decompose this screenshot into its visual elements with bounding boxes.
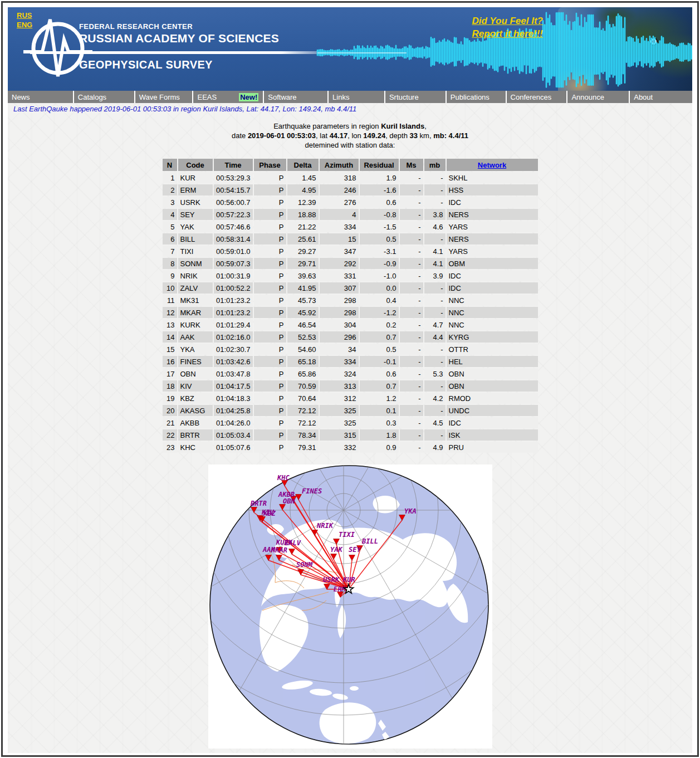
nav-item-conferences[interactable]: Conferences <box>506 91 567 103</box>
cell-phase: P <box>254 172 286 183</box>
cell-n: 21 <box>163 417 177 428</box>
table-row: 13KURK01:01:29.4P46.543040.2-4.7NNC <box>163 319 538 330</box>
cell-code: MKAR <box>178 307 213 318</box>
cell-code: BILL <box>178 233 213 244</box>
feel-it-link-line2[interactable]: Report it here!!! <box>472 27 543 40</box>
nav-item-eeas[interactable]: EEASNew! <box>192 91 263 103</box>
station-label-nrik: NRIK <box>316 522 334 530</box>
cell-code: KBZ <box>178 393 213 404</box>
cell-residual: 0.7 <box>360 380 399 392</box>
cell-phase: P <box>254 380 286 392</box>
page-border: RUS ENG FEDERAL RESEARCH CENTER RUSSIAN … <box>1 1 699 757</box>
network-header-link[interactable]: Network <box>478 161 506 169</box>
cell-mb: - <box>424 380 446 392</box>
nav-item-about[interactable]: About <box>629 91 692 103</box>
cell-azimuth: 325 <box>320 405 359 416</box>
new-badge[interactable]: New! <box>239 93 258 101</box>
cell-azimuth: 318 <box>320 172 359 183</box>
nav-bar: NewsCatalogsWave FormsEEASNew!SoftwareLi… <box>8 91 692 103</box>
cell-time: 01:04:25.8 <box>214 405 253 416</box>
cell-delta: 65.86 <box>287 368 319 379</box>
nav-item-catalogs[interactable]: Catalogs <box>73 91 134 103</box>
cell-residual: -3.1 <box>360 246 399 257</box>
cell-network: IDC <box>447 270 538 281</box>
cell-mb: - <box>424 307 446 318</box>
table-row: 8SONM00:59:07.3P29.71292-0.9-4.1OBM <box>163 258 538 269</box>
cell-ms: - <box>400 344 423 355</box>
cell-network: NNC <box>447 307 538 318</box>
did-you-feel-it: Did You Feel It? Report it here!!! <box>472 14 543 40</box>
cell-azimuth: 34 <box>320 344 359 355</box>
cell-code: ERM <box>178 184 213 195</box>
table-header-row: NCodeTimePhaseDeltaAzimuthResidualMsmbNe… <box>163 159 538 171</box>
table-row: 23KHC01:05:07.6P79.313320.9-4.9PRU <box>163 442 538 453</box>
cell-ms: - <box>400 197 423 208</box>
col-header-time: Time <box>214 159 253 171</box>
site-header: RUS ENG FEDERAL RESEARCH CENTER RUSSIAN … <box>8 7 692 91</box>
cell-mb: - <box>424 282 446 294</box>
cell-azimuth: 324 <box>320 368 359 379</box>
nav-item-announce[interactable]: Announce <box>566 91 629 103</box>
cell-ms: - <box>400 184 423 195</box>
cell-delta: 46.54 <box>287 319 319 330</box>
cell-residual: -0.9 <box>360 258 399 269</box>
cell-n: 7 <box>163 246 177 257</box>
station-label-erm: ERM <box>334 585 346 593</box>
cell-delta: 70.59 <box>287 380 319 392</box>
cell-network: IDC <box>447 417 538 428</box>
nav-item-software[interactable]: Software <box>263 91 327 103</box>
nav-item-publications[interactable]: Publications <box>446 91 506 103</box>
cell-code: NRIK <box>178 270 213 281</box>
cell-phase: P <box>254 405 286 416</box>
cell-mb: 3.9 <box>424 270 446 281</box>
nav-item-links[interactable]: Links <box>327 91 384 103</box>
cell-phase: P <box>254 258 286 269</box>
lang-link-eng[interactable]: ENG <box>17 21 32 29</box>
cell-network: ISK <box>447 429 538 441</box>
nav-item-label: Links <box>332 93 349 101</box>
cell-n: 1 <box>163 172 177 183</box>
col-header-code: Code <box>178 159 213 171</box>
cell-mb: - <box>424 356 446 367</box>
nav-item-news[interactable]: News <box>8 91 73 103</box>
cell-time: 01:04:18.3 <box>214 393 253 404</box>
cell-mb: 4.1 <box>424 246 446 257</box>
cell-n: 18 <box>163 380 177 392</box>
cell-residual: 1.8 <box>360 429 399 441</box>
cell-mb: - <box>424 405 446 416</box>
station-label-kur: KUR <box>342 576 355 584</box>
event-depth: 33 <box>410 131 418 140</box>
cell-network: HEL <box>447 356 538 367</box>
station-label-brtr: BRTR <box>250 500 267 507</box>
cell-time: 00:54:15.7 <box>214 184 253 195</box>
nav-item-srtucture[interactable]: Srtucture <box>384 91 446 103</box>
cell-n: 3 <box>163 197 177 208</box>
nav-item-wave-forms[interactable]: Wave Forms <box>134 91 193 103</box>
cell-n: 17 <box>163 368 177 379</box>
cell-network: OBN <box>447 368 538 379</box>
cell-code: YKA <box>178 344 213 355</box>
table-row: 11MK3101:01:23.2P45.732980.4--NNC <box>163 295 538 306</box>
feel-it-link-line1[interactable]: Did You Feel It? <box>472 14 543 27</box>
cell-azimuth: 298 <box>320 295 359 306</box>
station-label-tixi: TIXI <box>339 531 355 539</box>
event-lat: 44.17 <box>330 131 348 140</box>
cell-azimuth: 298 <box>320 307 359 318</box>
cell-network: HSS <box>447 184 538 195</box>
cell-n: 16 <box>163 356 177 367</box>
cell-code: TIXI <box>178 246 213 257</box>
cell-azimuth: 315 <box>320 429 359 441</box>
cell-phase: P <box>254 295 286 306</box>
station-map-globe: KHCFINESAKBBOBNBRTRKIVKBZYKANRIKTIXIBILL… <box>208 464 492 749</box>
cell-mb: 4.2 <box>424 393 446 404</box>
table-row: 21AKBB01:04:26.0P72.123250.3-4.5IDC <box>163 417 538 428</box>
last-earthquake-status: Last EarthQauke happened 2019-06-01 00:5… <box>8 103 692 114</box>
lang-link-rus[interactable]: RUS <box>17 11 32 19</box>
cell-ms: - <box>400 209 423 220</box>
cell-residual: 1.2 <box>360 393 399 404</box>
cell-n: 19 <box>163 393 177 404</box>
cell-time: 00:53:29.3 <box>214 172 253 183</box>
col-header-n: N <box>163 159 177 171</box>
table-row: 12MKAR01:01:23.2P45.92298-1.2--NNC <box>163 307 538 318</box>
station-label-yak: YAK <box>330 546 343 554</box>
